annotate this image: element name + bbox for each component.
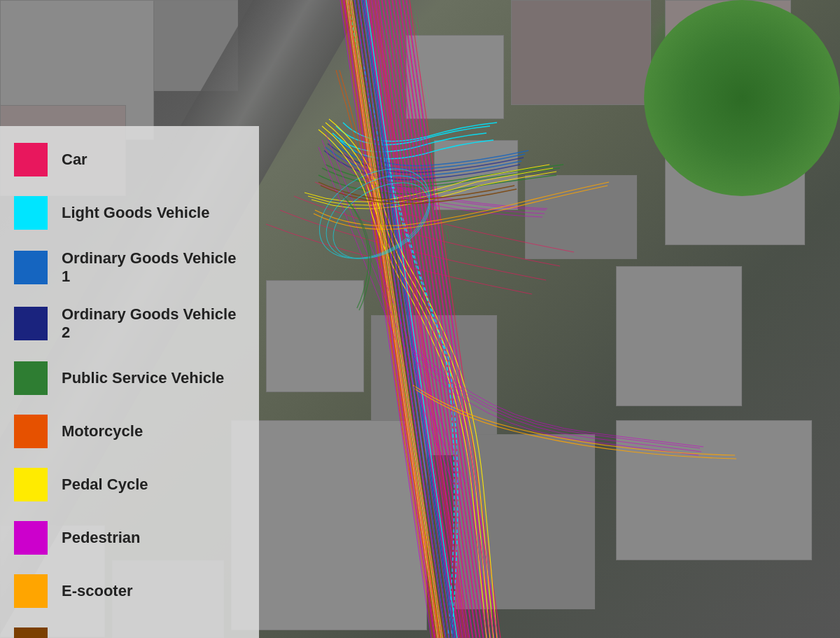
legend-item-motorcycle: Motorcycle [10,405,248,458]
legend-item-ordinary-goods-vehicle-1: Ordinary Goods Vehicle 1 [10,240,248,296]
legend-item-public-service-vehicle: Public Service Vehicle [10,352,248,405]
legend-swatch-taxi [14,627,48,638]
legend-swatch-public-service-vehicle [14,361,48,395]
tree-area [644,0,840,196]
legend-item-car: Car [10,133,248,186]
legend-swatch-car [14,143,48,176]
legend-label-public-service-vehicle: Public Service Vehicle [62,369,224,387]
legend-swatch-pedal-cycle [14,468,48,501]
legend-item-ordinary-goods-vehicle-2: Ordinary Goods Vehicle 2 [10,296,248,352]
building [511,0,651,105]
legend-panel: CarLight Goods VehicleOrdinary Goods Veh… [0,126,259,638]
building [455,434,595,609]
legend-label-e-scooter: E-scooter [62,582,132,600]
legend-item-light-goods-vehicle: Light Goods Vehicle [10,186,248,240]
legend-swatch-e-scooter [14,574,48,608]
legend-item-pedal-cycle: Pedal Cycle [10,458,248,511]
building [616,266,742,406]
legend-label-ordinary-goods-vehicle-1: Ordinary Goods Vehicle 1 [62,249,245,286]
legend-swatch-ordinary-goods-vehicle-1 [14,251,48,284]
legend-swatch-motorcycle [14,415,48,448]
building [266,280,364,392]
legend-label-light-goods-vehicle: Light Goods Vehicle [62,204,209,222]
legend-label-pedestrian: Pedestrian [62,529,141,547]
legend-label-ordinary-goods-vehicle-2: Ordinary Goods Vehicle 2 [62,305,245,342]
legend-swatch-light-goods-vehicle [14,196,48,230]
legend-label-pedal-cycle: Pedal Cycle [62,476,148,494]
legend-label-taxi: Taxi [62,635,91,638]
legend-item-taxi: Taxi [10,618,248,638]
building [406,35,504,119]
building [525,175,637,259]
legend-label-car: Car [62,151,88,169]
legend-swatch-pedestrian [14,521,48,555]
building [231,420,427,630]
building [434,140,518,210]
building [616,420,812,560]
legend-item-e-scooter: E-scooter [10,564,248,618]
legend-swatch-ordinary-goods-vehicle-2 [14,307,48,340]
legend-item-pedestrian: Pedestrian [10,511,248,564]
legend-label-motorcycle: Motorcycle [62,422,143,441]
